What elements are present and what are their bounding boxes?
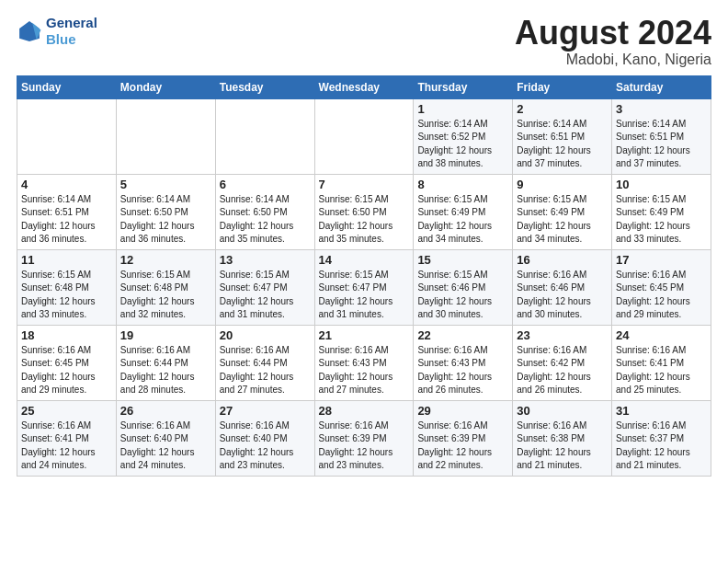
day-number: 26 [120,404,211,418]
day-cell-5: 5Sunrise: 6:14 AMSunset: 6:50 PMDaylight… [116,174,215,249]
day-cell-9: 9Sunrise: 6:15 AMSunset: 6:49 PMDaylight… [513,174,612,249]
day-number: 10 [616,178,707,191]
logo-text: General Blue [46,15,97,48]
weekday-header-tuesday: Tuesday [215,75,314,98]
week-row-5: 25Sunrise: 6:16 AMSunset: 6:41 PMDayligh… [17,400,711,476]
day-details: Sunrise: 6:16 AMSunset: 6:39 PMDaylight:… [417,419,508,473]
day-number: 16 [517,253,608,267]
day-number: 9 [517,178,608,191]
day-details: Sunrise: 6:16 AMSunset: 6:41 PMDaylight:… [616,344,707,397]
day-number: 1 [417,102,508,116]
day-number: 30 [517,404,608,418]
day-details: Sunrise: 6:15 AMSunset: 6:48 PMDaylight:… [21,269,112,322]
day-cell-29: 29Sunrise: 6:16 AMSunset: 6:39 PMDayligh… [414,400,513,476]
day-details: Sunrise: 6:16 AMSunset: 6:46 PMDaylight:… [517,269,608,322]
day-cell-14: 14Sunrise: 6:15 AMSunset: 6:47 PMDayligh… [314,249,414,325]
header: General Blue August 2024 Madobi, Kano, N… [17,15,711,68]
day-details: Sunrise: 6:16 AMSunset: 6:40 PMDaylight:… [220,419,311,473]
day-number: 12 [120,253,211,267]
day-number: 7 [319,178,410,191]
day-cell-22: 22Sunrise: 6:16 AMSunset: 6:43 PMDayligh… [414,325,513,400]
day-cell-24: 24Sunrise: 6:16 AMSunset: 6:41 PMDayligh… [612,325,711,400]
day-number: 13 [220,253,311,267]
day-details: Sunrise: 6:16 AMSunset: 6:41 PMDaylight:… [21,419,112,473]
day-number: 15 [417,253,508,267]
day-number: 29 [417,404,508,418]
day-details: Sunrise: 6:16 AMSunset: 6:43 PMDaylight:… [319,344,410,397]
day-number: 27 [220,404,311,418]
day-cell-23: 23Sunrise: 6:16 AMSunset: 6:42 PMDayligh… [513,325,612,400]
day-details: Sunrise: 6:16 AMSunset: 6:43 PMDaylight:… [417,344,508,397]
day-details: Sunrise: 6:14 AMSunset: 6:52 PMDaylight:… [417,118,508,171]
day-details: Sunrise: 6:15 AMSunset: 6:50 PMDaylight:… [319,193,410,247]
day-number: 14 [319,253,410,267]
day-number: 6 [220,178,311,191]
day-number: 17 [616,253,707,267]
day-number: 31 [616,404,707,418]
day-cell-10: 10Sunrise: 6:15 AMSunset: 6:49 PMDayligh… [612,174,711,249]
empty-cell [17,98,117,174]
day-cell-20: 20Sunrise: 6:16 AMSunset: 6:44 PMDayligh… [215,325,314,400]
day-details: Sunrise: 6:16 AMSunset: 6:37 PMDaylight:… [616,419,707,473]
day-number: 8 [417,178,508,191]
day-number: 23 [517,328,608,342]
day-cell-13: 13Sunrise: 6:15 AMSunset: 6:47 PMDayligh… [215,249,314,325]
month-title: August 2024 [515,15,711,52]
day-cell-27: 27Sunrise: 6:16 AMSunset: 6:40 PMDayligh… [215,400,314,476]
day-details: Sunrise: 6:15 AMSunset: 6:48 PMDaylight:… [120,269,211,322]
day-number: 21 [319,328,410,342]
week-row-4: 18Sunrise: 6:16 AMSunset: 6:45 PMDayligh… [17,325,711,400]
day-details: Sunrise: 6:14 AMSunset: 6:50 PMDaylight:… [220,193,311,247]
day-number: 3 [616,102,707,116]
day-cell-16: 16Sunrise: 6:16 AMSunset: 6:46 PMDayligh… [513,249,612,325]
day-cell-19: 19Sunrise: 6:16 AMSunset: 6:44 PMDayligh… [116,325,215,400]
day-cell-11: 11Sunrise: 6:15 AMSunset: 6:48 PMDayligh… [17,249,117,325]
day-cell-21: 21Sunrise: 6:16 AMSunset: 6:43 PMDayligh… [314,325,414,400]
day-number: 22 [417,328,508,342]
day-number: 11 [21,253,112,267]
day-number: 25 [21,404,112,418]
day-details: Sunrise: 6:15 AMSunset: 6:47 PMDaylight:… [319,269,410,322]
empty-cell [116,98,215,174]
day-number: 2 [517,102,608,116]
day-details: Sunrise: 6:14 AMSunset: 6:51 PMDaylight:… [21,193,112,247]
day-cell-12: 12Sunrise: 6:15 AMSunset: 6:48 PMDayligh… [116,249,215,325]
day-cell-18: 18Sunrise: 6:16 AMSunset: 6:45 PMDayligh… [17,325,117,400]
day-cell-15: 15Sunrise: 6:15 AMSunset: 6:46 PMDayligh… [414,249,513,325]
day-cell-7: 7Sunrise: 6:15 AMSunset: 6:50 PMDaylight… [314,174,414,249]
page: General Blue August 2024 Madobi, Kano, N… [0,0,728,563]
day-details: Sunrise: 6:16 AMSunset: 6:44 PMDaylight:… [120,344,211,397]
day-cell-8: 8Sunrise: 6:15 AMSunset: 6:49 PMDaylight… [414,174,513,249]
week-row-2: 4Sunrise: 6:14 AMSunset: 6:51 PMDaylight… [17,174,711,249]
day-details: Sunrise: 6:15 AMSunset: 6:46 PMDaylight:… [417,269,508,322]
day-details: Sunrise: 6:16 AMSunset: 6:45 PMDaylight:… [616,269,707,322]
day-cell-26: 26Sunrise: 6:16 AMSunset: 6:40 PMDayligh… [116,400,215,476]
week-row-1: 1Sunrise: 6:14 AMSunset: 6:52 PMDaylight… [17,98,711,174]
weekday-header-wednesday: Wednesday [314,75,414,98]
day-details: Sunrise: 6:16 AMSunset: 6:39 PMDaylight:… [319,419,410,473]
empty-cell [215,98,314,174]
day-details: Sunrise: 6:15 AMSunset: 6:49 PMDaylight:… [417,193,508,247]
day-details: Sunrise: 6:16 AMSunset: 6:42 PMDaylight:… [517,344,608,397]
weekday-header-monday: Monday [116,75,215,98]
day-number: 4 [21,178,112,191]
day-details: Sunrise: 6:14 AMSunset: 6:51 PMDaylight:… [616,118,707,171]
weekday-header-sunday: Sunday [17,75,117,98]
day-number: 19 [120,328,211,342]
empty-cell [314,98,414,174]
day-details: Sunrise: 6:14 AMSunset: 6:50 PMDaylight:… [120,193,211,247]
day-cell-2: 2Sunrise: 6:14 AMSunset: 6:51 PMDaylight… [513,98,612,174]
logo: General Blue [17,15,97,48]
day-cell-4: 4Sunrise: 6:14 AMSunset: 6:51 PMDaylight… [17,174,117,249]
day-number: 28 [319,404,410,418]
day-details: Sunrise: 6:16 AMSunset: 6:40 PMDaylight:… [120,419,211,473]
weekday-header-friday: Friday [513,75,612,98]
day-cell-6: 6Sunrise: 6:14 AMSunset: 6:50 PMDaylight… [215,174,314,249]
weekday-header-thursday: Thursday [414,75,513,98]
week-row-3: 11Sunrise: 6:15 AMSunset: 6:48 PMDayligh… [17,249,711,325]
day-cell-25: 25Sunrise: 6:16 AMSunset: 6:41 PMDayligh… [17,400,117,476]
day-cell-30: 30Sunrise: 6:16 AMSunset: 6:38 PMDayligh… [513,400,612,476]
location: Madobi, Kano, Nigeria [515,52,711,68]
day-details: Sunrise: 6:14 AMSunset: 6:51 PMDaylight:… [517,118,608,171]
day-details: Sunrise: 6:16 AMSunset: 6:44 PMDaylight:… [220,344,311,397]
